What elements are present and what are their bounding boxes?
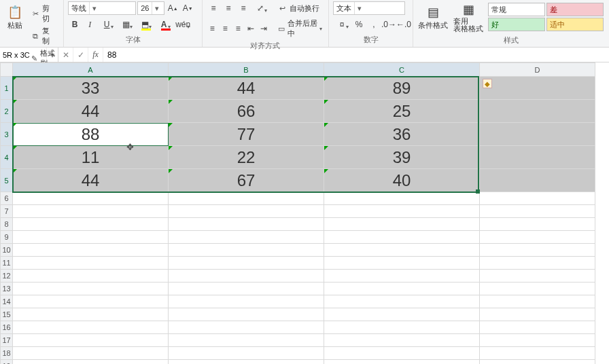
cell-A16[interactable] <box>13 321 169 334</box>
cell-B4[interactable]: 22 <box>169 146 324 169</box>
cell-C15[interactable] <box>324 308 480 321</box>
cell-C1[interactable]: 89 <box>324 77 480 100</box>
cell-B10[interactable] <box>169 244 324 257</box>
cell-D7[interactable] <box>480 205 595 218</box>
decrease-font-button[interactable]: A▼ <box>181 1 194 15</box>
col-head-C[interactable]: C <box>324 63 480 77</box>
cell-B12[interactable] <box>169 270 324 283</box>
cell-B19[interactable] <box>169 360 324 365</box>
cell-A18[interactable] <box>13 347 169 360</box>
worksheet[interactable]: A B C D 13344892446625388773641122395446… <box>0 62 609 364</box>
cell-C7[interactable] <box>324 205 480 218</box>
cell-B6[interactable] <box>169 192 324 205</box>
increase-indent-button[interactable]: ⇥ <box>258 22 270 35</box>
row-head-6[interactable]: 6 <box>1 192 13 205</box>
copy-button[interactable]: ⧉ 复制 <box>29 25 59 47</box>
cell-D9[interactable] <box>480 231 595 244</box>
style-good[interactable]: 好 <box>488 18 545 31</box>
cell-D16[interactable] <box>480 321 595 334</box>
cell-A14[interactable] <box>13 295 169 308</box>
cell-A9[interactable] <box>13 231 169 244</box>
row-head-16[interactable]: 16 <box>1 321 13 334</box>
cell-B2[interactable]: 66 <box>169 100 324 123</box>
col-head-A[interactable]: A <box>13 63 169 77</box>
format-as-table-button[interactable]: ▦ 套用 表格格式 <box>451 1 485 34</box>
cell-B16[interactable] <box>169 321 324 334</box>
cell-B14[interactable] <box>169 295 324 308</box>
cell-A17[interactable] <box>13 334 169 347</box>
smart-tag-button[interactable]: ◆ <box>483 79 492 88</box>
cell-D17[interactable] <box>480 334 595 347</box>
cell-B5[interactable]: 67 <box>169 169 324 192</box>
orientation-button[interactable]: ⤢ <box>251 1 269 15</box>
cell-D14[interactable] <box>480 295 595 308</box>
cell-C11[interactable] <box>324 257 480 270</box>
style-neutral[interactable]: 适中 <box>546 18 604 31</box>
confirm-formula-button[interactable]: ✓ <box>73 48 88 62</box>
cell-B15[interactable] <box>169 308 324 321</box>
row-head-12[interactable]: 12 <box>1 270 13 283</box>
border-button[interactable]: ▦ <box>117 18 135 31</box>
cell-B11[interactable] <box>169 257 324 270</box>
cell-A6[interactable] <box>13 192 169 205</box>
cell-D18[interactable] <box>480 347 595 360</box>
cell-B3[interactable]: 77 <box>169 123 324 146</box>
style-normal[interactable]: 常规 <box>488 3 545 16</box>
cell-C10[interactable] <box>324 244 480 257</box>
row-head-13[interactable]: 13 <box>1 283 13 295</box>
formula-input[interactable] <box>103 48 609 62</box>
cell-C19[interactable] <box>324 360 480 365</box>
cell-A4[interactable]: 11 <box>13 146 169 169</box>
align-top-button[interactable]: ≡ <box>207 1 220 15</box>
cell-A15[interactable] <box>13 308 169 321</box>
italic-button[interactable]: I <box>83 18 97 31</box>
accounting-format-button[interactable]: ¤ <box>333 18 351 31</box>
cell-A7[interactable] <box>13 205 169 218</box>
row-head-1[interactable]: 1 <box>1 77 13 100</box>
cell-C5[interactable]: 40 <box>324 169 480 192</box>
cell-A19[interactable] <box>13 360 169 365</box>
cell-B1[interactable]: 44 <box>169 77 324 100</box>
row-head-4[interactable]: 4 <box>1 146 13 169</box>
cell-C2[interactable]: 25 <box>324 100 480 123</box>
cell-A13[interactable] <box>13 283 169 295</box>
bold-button[interactable]: B <box>68 18 82 31</box>
cell-B17[interactable] <box>169 334 324 347</box>
font-name-combo[interactable]: 等线 ▾ <box>68 1 136 15</box>
cell-C9[interactable] <box>324 231 480 244</box>
cell-D19[interactable] <box>480 360 595 365</box>
wrap-text-button[interactable]: ↩ 自动换行 <box>276 3 321 14</box>
row-head-7[interactable]: 7 <box>1 205 13 218</box>
cell-A11[interactable] <box>13 257 169 270</box>
cell-C8[interactable] <box>324 218 480 231</box>
merge-center-button[interactable]: ▭ 合并后居中 ▾ <box>275 18 324 39</box>
align-middle-button[interactable]: ≡ <box>222 1 235 15</box>
cell-D6[interactable] <box>480 192 595 205</box>
cell-B13[interactable] <box>169 283 324 295</box>
comma-format-button[interactable]: , <box>367 18 381 31</box>
paste-button[interactable]: 📋 粘贴 <box>4 1 26 34</box>
row-head-14[interactable]: 14 <box>1 295 13 308</box>
row-head-15[interactable]: 15 <box>1 308 13 321</box>
row-head-11[interactable]: 11 <box>1 257 13 270</box>
fill-color-button[interactable]: ⬒ <box>136 18 154 31</box>
cell-D13[interactable] <box>480 283 595 295</box>
col-head-B[interactable]: B <box>169 63 324 77</box>
cell-D10[interactable] <box>480 244 595 257</box>
cell-D15[interactable] <box>480 308 595 321</box>
cell-B9[interactable] <box>169 231 324 244</box>
style-bad[interactable]: 差 <box>546 3 604 16</box>
percent-format-button[interactable]: % <box>352 18 366 31</box>
cell-A1[interactable]: 33 <box>13 77 169 100</box>
cell-A2[interactable]: 44 <box>13 100 169 123</box>
align-left-button[interactable]: ≡ <box>207 22 218 35</box>
cell-D8[interactable] <box>480 218 595 231</box>
row-head-5[interactable]: 5 <box>1 169 13 192</box>
phonetic-button[interactable]: wén <box>174 18 192 31</box>
cell-C4[interactable]: 39 <box>324 146 480 169</box>
row-head-8[interactable]: 8 <box>1 218 13 231</box>
cell-C12[interactable] <box>324 270 480 283</box>
cell-D4[interactable] <box>480 146 595 169</box>
align-bottom-button[interactable]: ≡ <box>237 1 250 15</box>
row-head-10[interactable]: 10 <box>1 244 13 257</box>
